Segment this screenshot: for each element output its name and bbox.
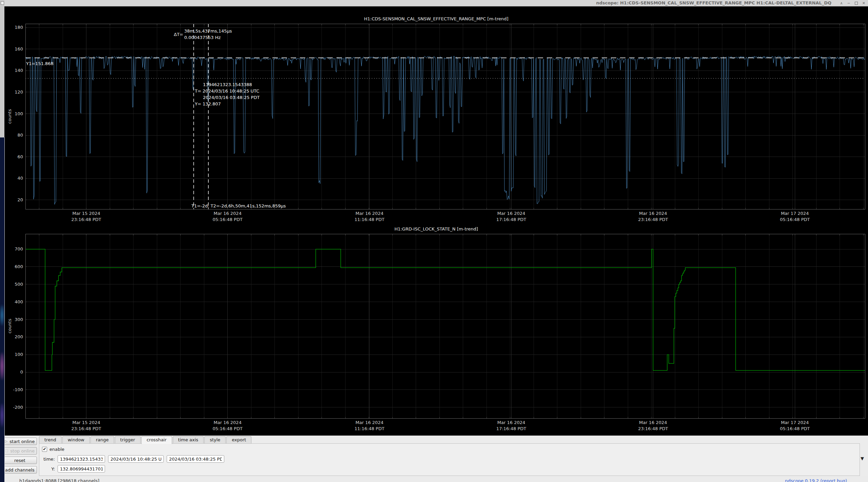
crosshair-y1-label: Y1=151.868 [26, 60, 54, 67]
add-channels-button[interactable]: add channels [3, 466, 37, 474]
window-titlebar[interactable]: ndscope: H1:CDS-SENSMON_CAL_SNSW_EFFECTI… [4, 0, 868, 6]
crosshair-lines[interactable] [25, 24, 865, 209]
svg-text:23:16:48 PDT: 23:16:48 PDT [71, 426, 101, 431]
svg-text:Mar 16 2024: Mar 16 2024 [213, 420, 241, 425]
y-value-label: Y: [42, 466, 55, 471]
y-row: Y: [42, 465, 860, 473]
axis-tick-marks [25, 234, 863, 418]
green-trace [25, 249, 865, 370]
tab-range[interactable]: range [90, 436, 114, 443]
crosshair-delta-t-label: ΔT= 38m,5s,437ms,145µs 0.000437553 Hz [174, 28, 232, 41]
gps-time-input[interactable] [58, 455, 105, 463]
checkmark-icon: ✔ [43, 447, 46, 451]
svg-text:Mar 16 2024: Mar 16 2024 [497, 211, 525, 216]
crosshair-gps-time: 1394621323.1543388 [203, 81, 260, 88]
svg-text:Mar 15 2024: Mar 15 2024 [72, 211, 100, 216]
plot-top-title: H1:CDS-SENSMON_CAL_SNSW_EFFECTIVE_RANGE_… [364, 16, 508, 21]
wallpaper-blob [0, 305, 4, 325]
svg-text:Mar 16 2024: Mar 16 2024 [355, 420, 383, 425]
svg-text:05:16:48 PDT: 05:16:48 PDT [780, 217, 810, 222]
enable-row: ✔ enable [42, 446, 860, 452]
tab-crosshair[interactable]: crosshair [141, 436, 172, 444]
stop-online-label: stop online [10, 448, 35, 454]
crosshair-tab-panel: ✔ enable time: Y: [39, 443, 860, 476]
wallpaper-blob [0, 353, 4, 380]
svg-text:-100: -100 [13, 387, 23, 392]
svg-text:120: 120 [15, 89, 23, 95]
version-link[interactable]: ndscope 0.19.2 (report bug) [785, 478, 847, 482]
stop-online-button[interactable]: □ stop online [3, 447, 37, 455]
x-axis-ticks: Mar 15 202423:16:48 PDTMar 16 202405:16:… [71, 420, 810, 431]
window-maximize-button[interactable] [855, 2, 858, 5]
svg-text:05:16:48 PDT: 05:16:48 PDT [780, 426, 810, 431]
y-axis-ticks: -200-1000100200300400500600700 [13, 246, 23, 410]
svg-text:100: 100 [15, 352, 23, 357]
grid [25, 234, 865, 418]
plot-bottom-title: H1:GRD-ISC_LOCK_STATE_N [m-trend] [394, 226, 478, 232]
crosshair-info-box: 1394621323.1543388 T= 2024/03/16 10:48:2… [195, 81, 260, 107]
plot-border [25, 234, 865, 418]
crosshair-local-time: 2024/03/16 03:48:25 PDT [203, 94, 260, 101]
tab-trigger[interactable]: trigger [115, 436, 141, 443]
svg-text:Mar 16 2024: Mar 16 2024 [213, 211, 241, 216]
svg-text:0: 0 [20, 369, 23, 375]
delta-t-values: 38m,5s,437ms,145µs 0.000437553 Hz [184, 28, 232, 41]
svg-text:Mar 17 2024: Mar 17 2024 [781, 420, 809, 425]
axis-tick-marks [25, 24, 863, 209]
effective-range-plot[interactable]: 20406080100120140160180Mar 15 202423:16:… [4, 7, 868, 222]
crosshair-utc-time: T= 2024/03/16 10:48:25 UTC [195, 88, 260, 94]
y-value-input[interactable] [58, 465, 105, 473]
lock-state-plot[interactable]: -200-1000100200300400500600700Mar 15 202… [4, 222, 868, 436]
enable-label[interactable]: enable [49, 447, 64, 452]
tab-window[interactable]: window [62, 436, 90, 443]
delta-t-prefix: ΔT= [174, 31, 183, 38]
svg-text:11:16:48 PDT: 11:16:48 PDT [354, 426, 384, 431]
svg-text:60: 60 [17, 154, 23, 159]
svg-text:17:16:48 PDT: 17:16:48 PDT [496, 217, 526, 222]
crosshair-t2: T2=-2d,6h,50m,41s,152ms,859µs [210, 203, 286, 208]
svg-text:400: 400 [15, 299, 23, 304]
wallpaper-blob [0, 403, 4, 427]
reset-button[interactable]: reset [3, 457, 37, 464]
tab-export[interactable]: export [226, 436, 251, 443]
button-column: ▷ start online □ stop online reset add c… [3, 438, 38, 476]
window-left-border [4, 137, 5, 476]
svg-text:11:16:48 PDT: 11:16:48 PDT [354, 217, 384, 222]
svg-text:40: 40 [17, 176, 23, 181]
status-bar: h1daqnds1:8088 [298618 channels] ndscope… [2, 476, 868, 482]
dropdown-arrow-icon[interactable]: ▼ [861, 456, 864, 461]
tab-trend[interactable]: trend [39, 436, 62, 443]
svg-text:05:16:48 PDT: 05:16:48 PDT [213, 217, 243, 222]
delta-t-frequency: 0.000437553 Hz [184, 34, 232, 41]
utc-time-input[interactable] [108, 455, 164, 463]
effective-range-chart: 20406080100120140160180Mar 15 202423:16:… [4, 7, 868, 222]
window-minimize-button[interactable]: − [847, 1, 850, 5]
start-online-button[interactable]: ▷ start online [3, 438, 37, 445]
time-row: time: [42, 455, 860, 463]
svg-text:Mar 16 2024: Mar 16 2024 [639, 211, 667, 216]
local-time-input[interactable] [167, 455, 224, 463]
tab-style[interactable]: style [204, 436, 226, 443]
svg-text:300: 300 [15, 317, 23, 322]
svg-text:17:16:48 PDT: 17:16:48 PDT [496, 426, 526, 431]
window-close-button[interactable]: ✕ [862, 1, 865, 5]
svg-text:20: 20 [17, 197, 23, 202]
y-axis-label: counts [7, 319, 12, 334]
svg-text:Mar 17 2024: Mar 17 2024 [781, 211, 809, 216]
svg-text:23:16:48 PDT: 23:16:48 PDT [71, 217, 101, 222]
enable-checkbox[interactable]: ✔ [42, 447, 47, 452]
plot-border [25, 24, 865, 209]
control-panel: ▷ start online □ stop online reset add c… [2, 436, 868, 476]
tab-bar: trend window range trigger crosshair tim… [39, 436, 865, 443]
window-controls: ∧ − ✕ [840, 0, 866, 6]
y-axis-label: counts [7, 109, 12, 124]
svg-text:23:16:48 PDT: 23:16:48 PDT [638, 426, 668, 431]
start-online-label: start online [9, 439, 35, 444]
svg-text:140: 140 [15, 68, 23, 73]
y-axis-ticks: 20406080100120140160180 [15, 25, 23, 202]
svg-text:180: 180 [15, 25, 23, 30]
tab-time-axis[interactable]: time axis [173, 436, 204, 443]
svg-text:Mar 16 2024: Mar 16 2024 [639, 420, 667, 425]
play-icon: ▷ [5, 440, 8, 443]
window-shade-button[interactable]: ∧ [840, 1, 843, 5]
